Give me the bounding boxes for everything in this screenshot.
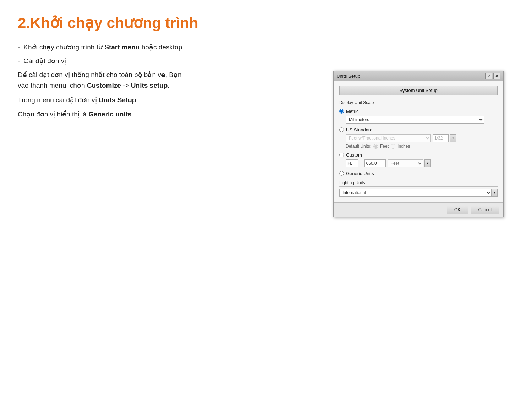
generic-units-row: Generic Units bbox=[339, 171, 498, 176]
system-unit-setup-button[interactable]: System Unit Setup bbox=[339, 86, 498, 95]
custom-radio[interactable] bbox=[339, 153, 344, 157]
bullet-dash-1: - bbox=[18, 42, 20, 53]
equals-sign: = bbox=[360, 161, 363, 166]
paragraph-3: Chọn đơn vị hiển thị là Generic units bbox=[18, 109, 326, 120]
start-menu-bold: Start menu bbox=[104, 43, 139, 51]
page-title: 2.Khởi chạy chương trình bbox=[18, 14, 514, 32]
dialog-close-button[interactable]: ✕ bbox=[493, 73, 500, 79]
dialog-wrapper: Units Setup ? ✕ System Unit Setup Displa… bbox=[333, 71, 504, 217]
metric-row: Metric bbox=[339, 109, 498, 114]
us-standard-label: US Standard bbox=[346, 127, 372, 132]
display-unit-scale-label: Display Unit Scale bbox=[339, 100, 498, 106]
us-standard-radio[interactable] bbox=[339, 127, 344, 132]
lighting-section: Lighting Units International ▼ bbox=[339, 180, 498, 197]
metric-radio-group: Metric Millimeters bbox=[339, 109, 498, 124]
metric-label: Metric bbox=[346, 109, 358, 114]
units-setup-2-bold: Units Setup bbox=[99, 96, 136, 104]
customize-bold: Customize bbox=[87, 82, 121, 89]
text-section: - Khởi chạy chương trình từ Start menu h… bbox=[18, 42, 333, 124]
inches-radio[interactable] bbox=[391, 144, 395, 149]
millimeters-select[interactable]: Millimeters bbox=[346, 116, 484, 124]
units-setup-bold: Units setup bbox=[131, 82, 168, 89]
lighting-units-label: Lighting Units bbox=[339, 180, 498, 187]
bullet-1-text: Khởi chạy chương trình từ Start menu hoặ… bbox=[23, 42, 184, 53]
custom-row: Custom bbox=[339, 152, 498, 158]
fraction-dropdown-arrow[interactable]: ▼ bbox=[450, 134, 456, 142]
international-select[interactable]: International bbox=[339, 189, 492, 197]
custom-fl-input[interactable] bbox=[346, 159, 358, 167]
feet-fractional-row: Feet w/Fractional Inches ▼ bbox=[346, 134, 498, 142]
ok-button[interactable]: OK bbox=[447, 206, 468, 214]
dialog-title: Units Setup bbox=[336, 73, 360, 79]
millimeters-dropdown-wrapper: Millimeters bbox=[346, 116, 484, 124]
dialog-footer: OK Cancel bbox=[334, 202, 503, 217]
bullet-2: - Cài đặt đơn vị bbox=[18, 56, 326, 66]
custom-value-row: = Feet ▼ bbox=[346, 159, 498, 167]
paragraph-2: Trong menu cài đặt đơn vị Units Setup bbox=[18, 95, 326, 105]
custom-unit-arrow[interactable]: ▼ bbox=[424, 159, 431, 167]
content-area: - Khởi chạy chương trình từ Start menu h… bbox=[18, 42, 514, 217]
dialog-controls: ? ✕ bbox=[485, 73, 500, 79]
custom-unit-select[interactable]: Feet bbox=[388, 159, 423, 167]
us-standard-row: US Standard bbox=[339, 127, 498, 132]
metric-radio[interactable] bbox=[339, 109, 344, 114]
custom-label: Custom bbox=[346, 152, 362, 158]
bullet-2-text: Cài đặt đơn vị bbox=[23, 56, 66, 66]
bullet-1: - Khởi chạy chương trình từ Start menu h… bbox=[18, 42, 326, 53]
feet-label: Feet bbox=[380, 144, 389, 149]
default-units-row: Default Units: Feet Inches bbox=[346, 144, 498, 149]
generic-units-label: Generic Units bbox=[346, 171, 374, 176]
millimeters-row: Millimeters bbox=[346, 116, 498, 124]
inches-label: Inches bbox=[397, 144, 410, 149]
generic-units-radio[interactable] bbox=[339, 171, 344, 176]
dialog-body: System Unit Setup Display Unit Scale Met… bbox=[334, 81, 503, 202]
international-dropdown-wrapper: International ▼ bbox=[339, 189, 498, 197]
units-setup-dialog: Units Setup ? ✕ System Unit Setup Displa… bbox=[333, 71, 504, 217]
default-units-label: Default Units: bbox=[346, 144, 371, 149]
bullet-dash-2: - bbox=[18, 56, 20, 66]
generic-units-bold: Generic units bbox=[88, 110, 131, 118]
feet-radio[interactable] bbox=[373, 144, 378, 149]
custom-value-input[interactable] bbox=[364, 159, 386, 167]
dialog-titlebar: Units Setup ? ✕ bbox=[334, 71, 503, 81]
dialog-help-button[interactable]: ? bbox=[485, 73, 492, 79]
custom-radio-group: Custom = Feet ▼ bbox=[339, 152, 498, 167]
international-arrow[interactable]: ▼ bbox=[491, 189, 498, 197]
us-standard-radio-group: US Standard Feet w/Fractional Inches ▼ D… bbox=[339, 127, 498, 149]
cancel-button[interactable]: Cancel bbox=[471, 206, 499, 214]
feet-fractional-dropdown-wrapper: Feet w/Fractional Inches bbox=[346, 134, 431, 142]
paragraph-1: Để cài đặt đơn vị thống nhất cho toàn bộ… bbox=[18, 70, 326, 91]
fraction-input[interactable] bbox=[433, 134, 449, 142]
feet-fractional-select[interactable]: Feet w/Fractional Inches bbox=[346, 134, 431, 142]
